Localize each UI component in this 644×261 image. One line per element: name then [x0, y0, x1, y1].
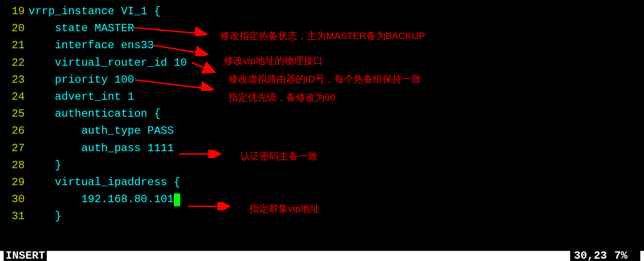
line-content: 192.168.80.101: [28, 191, 180, 208]
code-line[interactable]: 25 authentication {: [0, 105, 644, 122]
annotation-vip: 指定群集vip地址: [250, 201, 320, 216]
line-number: 30: [0, 191, 28, 208]
annotation-auth-pass: 认证密码主备一致: [240, 149, 317, 164]
line-number: 21: [0, 37, 28, 54]
line-number: 19: [0, 3, 28, 20]
annotation-interface: 修改vip地址的物理接口: [224, 53, 323, 68]
line-content: interface ens33: [28, 37, 154, 54]
line-number: 27: [0, 140, 28, 157]
annotation-state: 修改指定热备状态，主为MASTER备为BACKUP: [220, 28, 425, 44]
line-content: priority 100: [28, 71, 134, 88]
line-content: }: [28, 208, 61, 225]
annotation-router-id: 修改虚拟路由器的ID号，每个热备组保持一致: [228, 72, 421, 87]
code-line[interactable]: 29 virtual_ipaddress {: [0, 174, 644, 191]
line-content: auth_pass 1111: [28, 140, 174, 157]
line-content: vrrp_instance VI_1 {: [28, 3, 161, 20]
line-content: virtual_ipaddress {: [28, 174, 180, 191]
line-content: virtual_router_id 10: [28, 54, 187, 71]
code-line[interactable]: 26 auth_type PASS: [0, 122, 644, 139]
line-content: state MASTER: [28, 20, 134, 37]
line-number: 28: [0, 157, 28, 174]
line-number: 25: [0, 105, 28, 122]
line-number: 22: [0, 54, 28, 71]
code-line[interactable]: 30 192.168.80.101: [0, 191, 644, 208]
line-content: authentication {: [28, 105, 161, 122]
status-position: 30,23: [570, 247, 611, 261]
line-number: 20: [0, 20, 28, 37]
code-line[interactable]: 31 }: [0, 208, 644, 225]
cursor: [174, 193, 180, 206]
annotation-priority: 指定优先级，备修改为90: [228, 90, 335, 105]
status-bar: INSERT 30,23 7%: [0, 251, 644, 261]
line-content: advert_int 1: [28, 88, 134, 105]
status-mode: INSERT: [4, 247, 47, 261]
line-number: 29: [0, 174, 28, 191]
status-percent: 7%: [611, 247, 640, 261]
line-content: }: [28, 157, 61, 174]
code-line[interactable]: 19 vrrp_instance VI_1 {: [0, 3, 644, 20]
code-line[interactable]: 28 }: [0, 157, 644, 174]
code-line[interactable]: 27 auth_pass 1111: [0, 140, 644, 157]
line-number: 23: [0, 71, 28, 88]
line-content: auth_type PASS: [28, 122, 174, 139]
line-number: 31: [0, 208, 28, 225]
line-number: 24: [0, 88, 28, 105]
line-number: 26: [0, 122, 28, 139]
